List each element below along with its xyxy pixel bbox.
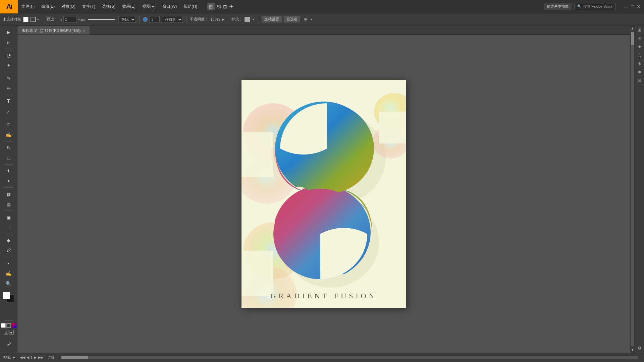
stroke-chevron[interactable]: ▼: [37, 18, 40, 21]
menu-bar: Ai 文件(F) 编辑(E) 对象(O) 文字(T) 选择(S) 效果(E) 视…: [0, 0, 644, 13]
toolbar-icon-2[interactable]: St: [217, 4, 221, 9]
line-tool[interactable]: ∕: [3, 107, 15, 116]
brush-color-dot[interactable]: [143, 17, 148, 22]
rotate-tool[interactable]: ↻: [3, 143, 15, 153]
puppet-tool[interactable]: ✦: [3, 176, 15, 186]
stroke-up-arrow[interactable]: ▲: [60, 18, 63, 21]
stroke-value-input[interactable]: [63, 16, 77, 23]
brush-size-input[interactable]: [150, 16, 160, 23]
ratio-select[interactable]: 等比: [118, 16, 136, 23]
color-mode-normal[interactable]: [1, 323, 6, 328]
menu-select[interactable]: 选择(S): [99, 0, 119, 13]
opacity-value: 100%: [210, 17, 220, 21]
menu-file[interactable]: 文件(F): [18, 0, 38, 13]
zoom-tool[interactable]: 🔍: [3, 279, 15, 288]
artwork-container: GRADIENT FUSION: [241, 80, 406, 308]
artboard-tool[interactable]: ▣: [3, 213, 15, 222]
style-label: 样式：: [231, 17, 243, 22]
align-icon[interactable]: ⊟: [638, 78, 641, 83]
page-nav[interactable]: ◀◀ ◀ 1 ▶ ▶▶: [20, 355, 43, 360]
workspace-mode[interactable]: 传统基本功能: [544, 3, 572, 10]
canvas-area: 未标题-1* @ 72% (RGB/GPU 预览) ✕: [17, 25, 630, 353]
arrange-chevron[interactable]: ▼: [310, 18, 313, 21]
pencil-tool[interactable]: ✍: [3, 130, 15, 139]
color-mode-stroke[interactable]: [6, 323, 11, 328]
transform-panel-icon[interactable]: ⊕: [638, 69, 641, 74]
stroke-color-swatch[interactable]: [31, 17, 36, 22]
gradient-tool[interactable]: ◆: [3, 236, 15, 245]
cc-libraries-icon[interactable]: ★: [638, 44, 642, 49]
main-area: ▶ ▹ ◔ ✦ ✎ ✏ T ∕ □ ✍ ↻ ◻ ⚘ ✦ ▦ ▤ ▣ ▫ ◆ 🖍 …: [0, 25, 644, 353]
arrange-icon[interactable]: ⊞: [304, 17, 308, 22]
status-label: 选择: [47, 355, 55, 360]
blend-tool[interactable]: ▪: [3, 259, 15, 268]
hand-tool[interactable]: ✍: [3, 269, 15, 278]
color-mode-gradient[interactable]: [12, 323, 16, 328]
canvas-viewport[interactable]: GRADIENT FUSION: [17, 35, 630, 353]
scroll-thumb[interactable]: [631, 32, 634, 45]
brush-tool[interactable]: ✏: [3, 84, 15, 93]
status-bar: 72% ▼ ◀◀ ◀ 1 ▶ ▶▶ 选择: [0, 353, 644, 362]
appearance-icon[interactable]: ◈: [638, 61, 641, 66]
doc-settings-button[interactable]: 文档设置: [262, 16, 282, 22]
ai-logo: Ai: [0, 0, 18, 13]
direct-selection-tool[interactable]: ▹: [3, 38, 15, 47]
opacity-arrow[interactable]: ▶: [222, 18, 224, 21]
slice-tool[interactable]: ▫: [3, 223, 15, 232]
stroke-label: 描边：: [47, 17, 58, 22]
search-stock[interactable]: 🔍 搜索 Adobe Stock: [574, 3, 615, 10]
close-button[interactable]: ✕: [637, 4, 641, 9]
assets-icon[interactable]: ⬡: [638, 53, 641, 58]
scroll-track[interactable]: [631, 32, 634, 346]
menu-view[interactable]: 视图(V): [139, 0, 159, 13]
no-selection-label: 未选择对象: [3, 17, 21, 22]
artwork-svg: GRADIENT FUSION: [241, 80, 406, 308]
menu-edit[interactable]: 编辑(E): [38, 0, 58, 13]
stroke-down-arrow[interactable]: ▼: [77, 18, 80, 21]
warp-tool[interactable]: ⚘: [3, 166, 15, 176]
text-tool[interactable]: T: [3, 97, 15, 106]
fill-none[interactable]: ⊘: [4, 330, 8, 335]
foreground-color[interactable]: [3, 292, 10, 299]
toolbar: 未选择对象 ▼ 描边： ▲ ▼ px 等比 点圆形 不透明度： 100% ▶ 样…: [0, 13, 644, 25]
menu-text[interactable]: 文字(T): [79, 0, 99, 13]
fill-black[interactable]: ■: [9, 330, 14, 335]
selection-tool[interactable]: ▶: [3, 27, 15, 37]
artboard: GRADIENT FUSION: [241, 80, 406, 308]
layers-panel-icon[interactable]: ≡: [638, 36, 641, 41]
menu-items: 文件(F) 编辑(E) 对象(O) 文字(T) 选择(S) 效果(E) 视图(V…: [18, 0, 201, 13]
toolbar-icon-1[interactable]: ▤: [207, 3, 215, 10]
stroke-unit: px: [81, 17, 85, 21]
settings-icon[interactable]: ⚙: [638, 346, 642, 351]
magic-wand-tool[interactable]: ✦: [3, 61, 15, 70]
canvas-tab-active[interactable]: 未标题-1* @ 72% (RGB/GPU 预览) ✕: [17, 26, 90, 35]
pen-tool[interactable]: ✎: [3, 74, 15, 83]
minimize-button[interactable]: —: [624, 4, 629, 9]
rect-tool[interactable]: □: [3, 120, 15, 129]
style-swatch[interactable]: [245, 17, 250, 22]
zoom-display[interactable]: 72% ▼: [3, 356, 16, 360]
scrollbar-bottom[interactable]: [61, 356, 638, 359]
menu-object[interactable]: 对象(O): [58, 0, 78, 13]
scrollbar-right[interactable]: ▲ ▼: [630, 25, 635, 353]
fill-color-swatch[interactable]: [23, 17, 29, 22]
toolbar-icon-4[interactable]: ✈: [229, 3, 233, 10]
brush-shape-select[interactable]: 点圆形: [162, 16, 183, 23]
graph-tool[interactable]: ▤: [3, 199, 15, 209]
maximize-button[interactable]: □: [631, 4, 634, 9]
menu-window[interactable]: 窗口(W): [159, 0, 180, 13]
toolbar-icon-3[interactable]: ⊞: [223, 4, 227, 9]
menu-help[interactable]: 帮助(H): [180, 0, 201, 13]
layers-icon[interactable]: ☍: [3, 340, 15, 349]
properties-icon[interactable]: ⊞: [638, 27, 641, 33]
transform-tool[interactable]: ◻: [3, 153, 15, 163]
preferences-button[interactable]: 首选项: [284, 16, 300, 22]
scroll-thumb-bottom[interactable]: [61, 356, 88, 359]
eyedropper-tool[interactable]: 🖍: [3, 246, 15, 255]
tab-close-icon[interactable]: ✕: [83, 29, 85, 33]
grid-tool[interactable]: ▦: [3, 189, 15, 199]
style-chevron[interactable]: ▼: [252, 18, 255, 21]
menu-effect[interactable]: 效果(E): [119, 0, 139, 13]
svg-rect-7: [241, 132, 273, 177]
lasso-tool[interactable]: ◔: [3, 51, 15, 60]
